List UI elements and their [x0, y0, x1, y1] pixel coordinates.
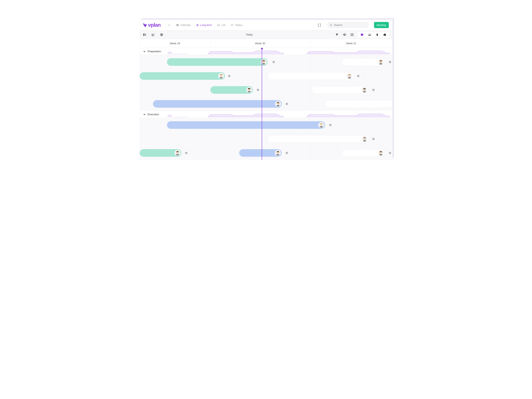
toolbar: Today [140, 30, 392, 39]
resources-button[interactable] [376, 33, 379, 36]
week-col: Week 30 [210, 39, 310, 48]
today-marker [262, 48, 262, 160]
outline-list-button[interactable] [143, 33, 146, 36]
svg-point-3 [218, 25, 218, 25]
add-view-button[interactable] [166, 23, 172, 28]
avatar [218, 73, 224, 79]
chevron-down-icon [143, 113, 146, 116]
svg-point-15 [370, 34, 371, 35]
task-bar[interactable] [239, 149, 282, 157]
svg-point-11 [143, 35, 144, 36]
columns-button[interactable] [350, 33, 354, 36]
task-bar[interactable] [267, 72, 354, 80]
calendar-icon [176, 24, 179, 26]
nav-longterm-label: Long term [200, 24, 212, 26]
app-window: vplan Calendar Long term List [140, 20, 392, 160]
nav-list-label: List [222, 24, 225, 26]
layers-button[interactable] [160, 33, 163, 36]
briefcase-button[interactable] [383, 33, 386, 36]
svg-rect-16 [377, 33, 378, 36]
week-header: Week 29 Week 30 Week 31 [140, 39, 392, 48]
task-bar[interactable] [140, 149, 181, 157]
status-dot [372, 89, 375, 91]
task-bar[interactable] [167, 121, 325, 129]
svg-point-4 [218, 25, 218, 26]
section-header[interactable]: Preparation [140, 48, 392, 55]
svg-point-10 [143, 34, 144, 35]
status-dot [185, 152, 188, 154]
section-title: Preparation [148, 50, 161, 53]
logo-text: vplan [148, 22, 161, 28]
timeline-row [140, 146, 392, 160]
nav-status-label: Status [235, 24, 242, 26]
visibility-button[interactable] [343, 33, 346, 36]
task-bar[interactable] [210, 86, 253, 94]
timeline-row [140, 55, 392, 69]
svg-rect-1 [177, 24, 179, 25]
avatar [362, 136, 368, 142]
logo: vplan [143, 22, 161, 28]
nav-list[interactable]: List [215, 22, 228, 28]
filter-button[interactable] [335, 33, 338, 36]
avatar [318, 122, 324, 128]
plus-icon [168, 24, 171, 26]
today-label[interactable]: Today [163, 33, 335, 36]
chart-button[interactable] [152, 33, 155, 36]
section-header[interactable]: Execution [140, 111, 392, 118]
week-col: Week 29 [140, 39, 210, 48]
svg-point-17 [377, 34, 377, 34]
avatar [378, 150, 384, 156]
svg-point-9 [143, 33, 144, 34]
timeline[interactable]: Preparation Execution [140, 48, 392, 160]
list-icon [217, 24, 220, 26]
status-dot [389, 152, 391, 154]
nav-calendar[interactable]: Calendar [174, 22, 193, 28]
avatar [275, 101, 281, 107]
search-icon [330, 24, 333, 26]
nav-longterm[interactable]: Long term [194, 22, 214, 28]
topbar: vplan Calendar Long term List [140, 20, 392, 30]
timeline-row [140, 69, 392, 83]
svg-point-12 [344, 34, 345, 35]
longterm-icon [196, 24, 199, 26]
task-bar[interactable] [342, 149, 385, 157]
status-icon [231, 24, 234, 26]
status-dot [389, 61, 391, 63]
timeline-row [140, 132, 392, 146]
team-button[interactable] [368, 33, 371, 36]
task-bar[interactable] [140, 72, 225, 80]
svg-rect-5 [231, 24, 232, 26]
status-dot [372, 138, 375, 140]
task-bar[interactable] [342, 58, 385, 66]
fullscreen-button[interactable] [318, 24, 321, 27]
task-bar[interactable] [267, 135, 369, 143]
nav-status[interactable]: Status [229, 22, 244, 28]
status-dot [357, 75, 360, 77]
avatar [361, 87, 367, 93]
nav-calendar-label: Calendar [180, 24, 191, 26]
task-bar[interactable] [325, 100, 392, 108]
puzzle-button[interactable] [361, 33, 364, 36]
backlog-button[interactable]: Backlog [374, 22, 389, 28]
svg-point-14 [369, 34, 369, 35]
status-dot [228, 75, 230, 77]
svg-rect-18 [384, 34, 386, 36]
status-dot [286, 152, 288, 154]
avatar [175, 150, 181, 156]
svg-point-2 [218, 24, 218, 25]
search-input[interactable] [334, 24, 368, 26]
avatar [246, 87, 252, 93]
section-rows [140, 55, 392, 111]
status-dot [286, 103, 288, 105]
status-dot [272, 61, 275, 63]
logo-check-icon [143, 23, 148, 28]
task-bar[interactable] [153, 100, 282, 108]
week-col: Week 31 [310, 39, 392, 48]
timeline-row [140, 83, 392, 97]
search-box[interactable] [327, 22, 369, 28]
task-bar[interactable] [167, 58, 267, 66]
task-bar[interactable] [312, 86, 368, 94]
avatar [347, 73, 353, 79]
section: Preparation [140, 48, 392, 111]
avatar [275, 150, 281, 156]
